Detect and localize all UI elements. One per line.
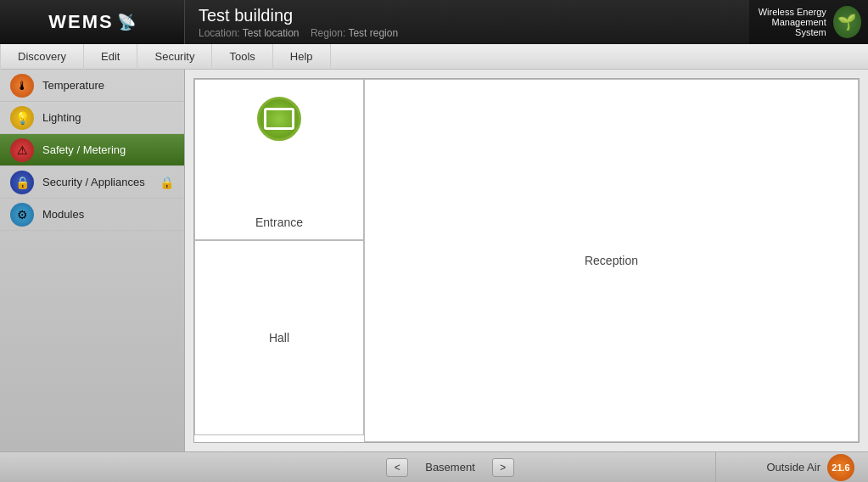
room-reception[interactable]: Reception [364,79,859,442]
nav-item-security[interactable]: Security [137,44,212,70]
logo-area: WEMS 📡 [0,0,185,44]
building-meta: Location: Test location Region: Test reg… [199,27,736,39]
location-label: Location: [199,27,240,39]
wifi-icon: 📡 [117,13,136,31]
modules-icon: ⚙ [10,203,34,227]
entrance-label: Entrance [255,216,303,229]
footer: < Basement > Outside Air 21.6 [0,451,868,482]
content-area: Entrance Hall Reception [185,70,868,451]
room-entrance[interactable]: Entrance [194,79,364,240]
sidebar-label-lighting: Lighting [42,111,174,124]
nav-item-help[interactable]: Help [273,44,331,70]
sidebar-label-temperature: Temperature [42,79,174,92]
lock-icon: 🔒 [160,176,174,189]
lighting-icon: 💡 [10,106,34,130]
region-value: Test region [348,27,398,39]
building-info: Test building Location: Test location Re… [185,0,749,46]
badge-line2: Management System [749,17,826,37]
nav-item-discovery[interactable]: Discovery [0,44,84,70]
nav-item-tools[interactable]: Tools [212,44,272,70]
region-label: Region: [311,27,345,39]
building-name: Test building [199,6,736,25]
nav-item-edit[interactable]: Edit [84,44,137,70]
floor-plan: Entrance Hall Reception [193,78,860,443]
sidebar-item-lighting[interactable]: 💡 Lighting [0,102,184,134]
sidebar-item-modules[interactable]: ⚙ Modules [0,199,184,231]
badge-line1: Wireless Energy [749,7,826,17]
sidebar-item-security[interactable]: 🔒 Security / Appliances 🔒 [0,166,184,199]
outside-air-label: Outside Air [766,461,820,474]
outside-temp-badge: 21.6 [827,454,854,481]
floor-label: Basement [415,461,485,474]
sidebar-label-safety: Safety / Metering [42,143,174,156]
next-floor-button[interactable]: > [492,458,514,477]
sidebar: 🌡 Temperature 💡 Lighting ⚠ Safety / Mete… [0,70,185,451]
sidebar-item-safety[interactable]: ⚠ Safety / Metering [0,134,184,166]
location-value: Test location [243,27,300,39]
footer-nav: < Basement > [185,458,715,477]
prev-floor-button[interactable]: < [386,458,408,477]
main-layout: 🌡 Temperature 💡 Lighting ⚠ Safety / Mete… [0,70,868,451]
temperature-icon: 🌡 [10,74,34,98]
hall-label: Hall [269,331,289,345]
wems-badge: Wireless Energy Management System 🌱 [749,0,868,44]
header: WEMS 📡 Test building Location: Test loca… [0,0,868,44]
sidebar-item-temperature[interactable]: 🌡 Temperature [0,70,184,102]
reception-label: Reception [585,254,638,267]
entrance-device-icon [257,97,301,141]
navbar: Discovery Edit Security Tools Help [0,44,868,70]
safety-icon: ⚠ [10,138,34,162]
security-icon: 🔒 [10,171,34,194]
logo-text: WEMS [48,11,113,33]
outside-temp-area: Outside Air 21.6 [715,452,868,482]
room-hall[interactable]: Hall [194,240,364,435]
sidebar-label-security: Security / Appliances [42,176,156,188]
sidebar-label-modules: Modules [42,208,174,221]
plant-icon: 🌱 [833,6,861,38]
badge-text: Wireless Energy Management System [749,7,826,37]
